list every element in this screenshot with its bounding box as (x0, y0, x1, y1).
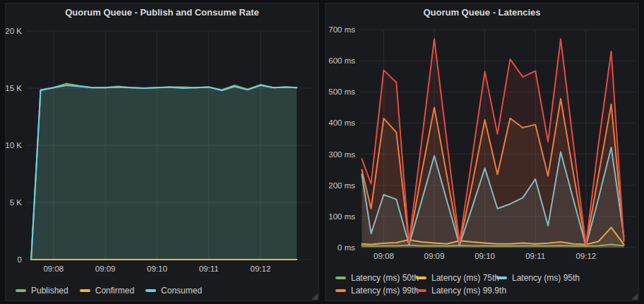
panel-title-latencies[interactable]: Quorum Queue - Latencies (326, 4, 638, 22)
x-axis-tick-label: 09:12 (251, 265, 271, 273)
y-axis-tick-label: 20 K (6, 27, 22, 35)
legend-label: Latency (ms) 99th (351, 286, 419, 296)
y-axis-tick-label: 700 ms (328, 25, 355, 34)
series-swatch-icon (16, 289, 26, 292)
y-axis-tick-label: 400 ms (328, 118, 355, 127)
series-swatch-icon (335, 289, 346, 292)
x-axis-tick-label: 09:08 (374, 252, 394, 260)
legend-label: Latency (ms) 99.9th (431, 286, 506, 296)
y-axis-tick-label: 0 ms (338, 243, 355, 252)
legend-label: Latency (ms) 95th (512, 273, 580, 283)
x-axis-tick-label: 09:12 (576, 252, 596, 260)
panel-resize-handle-icon[interactable] (631, 293, 638, 300)
legend-item[interactable]: Consumed (145, 284, 202, 297)
series-swatch-icon (416, 289, 427, 292)
legend-item[interactable]: Published (16, 284, 68, 297)
y-axis-tick-label: 500 ms (328, 87, 355, 96)
panel-publish-consume-rate: Quorum Queue - Publish and Consume Rate … (5, 3, 319, 301)
x-axis-tick-label: 09:11 (525, 252, 545, 260)
legend-latencies: Latency (ms) 50thLatency (ms) 75thLatenc… (326, 272, 638, 300)
y-axis-tick-label: 600 ms (328, 56, 355, 65)
y-axis-tick-label: 5 K (10, 198, 23, 207)
y-axis-tick-label: 200 ms (328, 181, 355, 190)
legend-label: Confirmed (95, 286, 134, 296)
y-axis-tick-label: 15 K (6, 84, 22, 92)
legend-label: Consumed (161, 286, 202, 296)
series-swatch-icon (496, 276, 507, 279)
legend-item[interactable]: Latency (ms) 99.9th (416, 284, 496, 297)
legend-item[interactable]: Latency (ms) 95th (496, 272, 577, 284)
series-swatch-icon (145, 289, 156, 292)
x-axis-tick-label: 09:09 (424, 252, 445, 260)
legend-item[interactable]: Confirmed (80, 284, 134, 297)
legend-item[interactable]: Latency (ms) 50th (335, 272, 416, 284)
latencies-chart[interactable]: 0 ms100 ms200 ms300 ms400 ms500 ms600 ms… (326, 22, 638, 271)
publish-consume-chart-area: 05 K10 K15 K20 K09:0809:0909:1009:1109:1… (6, 22, 318, 284)
y-axis-tick-label: 10 K (6, 141, 22, 150)
panel-resize-handle-icon[interactable] (311, 293, 318, 300)
x-axis-tick-label: 09:10 (147, 265, 167, 273)
legend-label: Published (31, 286, 68, 296)
x-axis-tick-label: 09:10 (475, 252, 495, 260)
x-axis-tick-label: 09:11 (199, 265, 219, 273)
legend-publish-consume: PublishedConfirmedConsumed (6, 284, 318, 300)
legend-label: Latency (ms) 50th (351, 273, 419, 283)
panel-title-publish-consume[interactable]: Quorum Queue - Publish and Consume Rate (6, 4, 318, 22)
legend-item[interactable]: Latency (ms) 99th (335, 284, 416, 297)
publish-consume-rate-chart[interactable]: 05 K10 K15 K20 K09:0809:0909:1009:1109:1… (6, 22, 318, 284)
y-axis-tick-label: 100 ms (328, 212, 355, 221)
y-axis-tick-label: 300 ms (328, 150, 355, 159)
latencies-chart-area: 0 ms100 ms200 ms300 ms400 ms500 ms600 ms… (326, 22, 638, 272)
x-axis-tick-label: 09:08 (43, 265, 64, 273)
y-axis-tick-label: 0 (18, 255, 22, 264)
grafana-dashboard: Quorum Queue - Publish and Consume Rate … (0, 0, 644, 304)
series-swatch-icon (335, 276, 346, 279)
panel-latencies: Quorum Queue - Latencies 0 ms100 ms200 m… (325, 3, 639, 301)
series-swatch-icon (80, 289, 90, 292)
legend-item[interactable]: Latency (ms) 75th (416, 272, 496, 284)
x-axis-tick-label: 09:09 (95, 265, 116, 273)
series-fill-consumed (31, 85, 297, 260)
series-swatch-icon (416, 276, 427, 279)
legend-label: Latency (ms) 75th (431, 273, 499, 283)
